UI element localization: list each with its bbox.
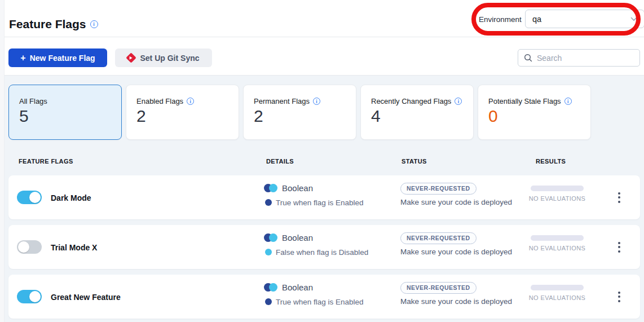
results-label: NO EVALUATIONS — [526, 195, 588, 202]
status-text: Make sure your code is deployed — [400, 297, 512, 306]
table-row: Dark Mode Boolean True when flag is Enab… — [8, 175, 640, 219]
search-input[interactable] — [537, 54, 639, 63]
stat-label-text: Enabled Flags — [136, 97, 183, 105]
stat-label: Enabled Flags — [136, 97, 194, 105]
stat-value: 0 — [488, 107, 498, 126]
status-text: Make sure your code is deployed — [400, 248, 512, 256]
kebab-menu-button[interactable] — [612, 288, 627, 305]
value-dot-icon — [265, 199, 272, 206]
flag-detail-text: False when flag is Disabled — [276, 248, 368, 257]
boolean-type-icon — [264, 233, 278, 242]
status-badge: NEVER-REQUESTED — [400, 183, 477, 195]
flag-name[interactable]: Trial Mode X — [51, 243, 97, 252]
git-sync-button[interactable]: Set Up Git Sync — [115, 48, 212, 67]
column-header-feature-flags: FEATURE FLAGS — [19, 158, 73, 165]
stat-card-potentially-stale-flags[interactable]: Potentially Stale Flags 0 — [478, 85, 591, 140]
flag-toggle[interactable] — [17, 290, 42, 303]
search-icon — [524, 54, 532, 62]
info-icon[interactable] — [564, 98, 572, 105]
stat-card-recently-changed-flags[interactable]: Recently Changed Flags 4 — [360, 85, 474, 140]
info-icon[interactable] — [90, 20, 98, 28]
results-bar — [531, 186, 584, 191]
stat-label: All Flags — [19, 97, 47, 105]
results-bar — [531, 235, 584, 241]
environment-select[interactable]: qa — [525, 10, 644, 28]
results-label: NO EVALUATIONS — [526, 245, 588, 252]
kebab-menu-button[interactable] — [612, 189, 627, 206]
page-title-text: Feature Flags — [9, 17, 86, 31]
stat-card-enabled-flags[interactable]: Enabled Flags 2 — [126, 85, 239, 140]
flag-detail-text: True when flag is Enabled — [276, 298, 364, 306]
table-row: Trial Mode X Boolean False when flag is … — [8, 225, 640, 269]
stat-label: Permanent Flags — [254, 97, 320, 105]
toolbar: + New Feature Flag Set Up Git Sync — [5, 37, 644, 76]
git-icon — [126, 52, 136, 63]
results-cell: NO EVALUATIONS — [526, 186, 588, 202]
info-icon[interactable] — [313, 98, 320, 105]
value-dot-icon — [265, 249, 272, 255]
results-cell: NO EVALUATIONS — [526, 235, 588, 252]
git-sync-label: Set Up Git Sync — [140, 54, 199, 63]
stat-label: Potentially Stale Flags — [488, 97, 572, 105]
status-badge: NEVER-REQUESTED — [400, 232, 477, 244]
chevron-down-icon — [630, 17, 637, 21]
table-row: Great New Feature Boolean True when flag… — [8, 275, 640, 319]
kebab-menu-button[interactable] — [612, 239, 627, 255]
results-bar — [531, 285, 584, 290]
flag-type-label: Boolean — [282, 183, 313, 193]
status-badge: NEVER-REQUESTED — [400, 282, 477, 294]
stat-value: 2 — [136, 107, 146, 126]
stat-value: 4 — [371, 107, 381, 126]
environment-selected-value: qa — [532, 15, 541, 24]
stat-label-text: All Flags — [19, 97, 47, 105]
feature-flags-page: Feature Flags Environment qa + New Featu… — [0, 0, 644, 322]
flag-type-label: Boolean — [282, 283, 313, 292]
column-header-results: RESULTS — [536, 158, 566, 165]
stat-card-all-flags[interactable]: All Flags 5 — [8, 85, 122, 140]
flag-name[interactable]: Dark Mode — [51, 193, 91, 202]
stat-label-text: Permanent Flags — [254, 97, 310, 105]
page-title: Feature Flags — [9, 17, 98, 31]
new-feature-flag-button[interactable]: + New Feature Flag — [8, 48, 107, 67]
stat-label-text: Recently Changed Flags — [371, 97, 451, 105]
info-icon[interactable] — [187, 98, 194, 105]
stat-card-permanent-flags[interactable]: Permanent Flags 2 — [243, 85, 356, 140]
value-dot-icon — [265, 298, 272, 305]
column-header-details: DETAILS — [266, 158, 294, 165]
flag-detail-text: True when flag is Enabled — [276, 199, 364, 207]
stat-value: 5 — [19, 107, 29, 126]
column-header-status: STATUS — [402, 158, 427, 165]
results-cell: NO EVALUATIONS — [526, 285, 588, 301]
status-text: Make sure your code is deployed — [400, 198, 512, 206]
plus-icon: + — [20, 54, 25, 63]
boolean-type-icon — [264, 283, 278, 292]
page-left-edge — [0, 0, 5, 322]
flag-toggle[interactable] — [17, 191, 42, 204]
stat-value: 2 — [254, 107, 263, 126]
flag-type-label: Boolean — [282, 233, 313, 242]
flag-toggle[interactable] — [17, 240, 42, 254]
environment-label: Environment — [479, 15, 522, 24]
new-feature-flag-label: New Feature Flag — [30, 54, 95, 63]
stat-label: Recently Changed Flags — [371, 97, 462, 105]
info-icon[interactable] — [455, 98, 462, 105]
results-label: NO EVALUATIONS — [526, 294, 588, 301]
search-box[interactable] — [518, 49, 640, 67]
title-bar: Feature Flags Environment qa — [5, 0, 644, 37]
stat-label-text: Potentially Stale Flags — [488, 97, 561, 105]
boolean-type-icon — [264, 184, 278, 192]
flag-name[interactable]: Great New Feature — [51, 293, 121, 302]
